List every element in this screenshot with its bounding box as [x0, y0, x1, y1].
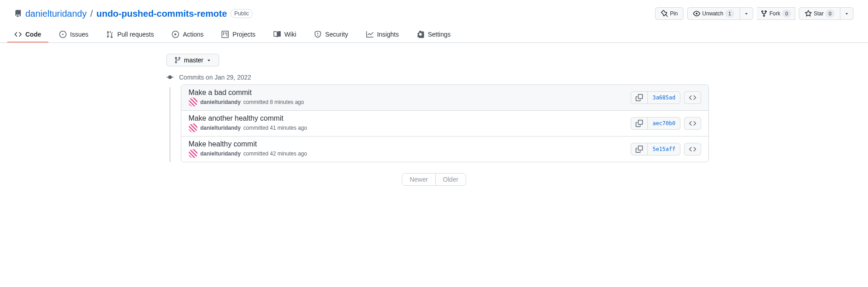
- pull-request-icon: [106, 31, 113, 38]
- avatar[interactable]: [189, 149, 198, 158]
- repo-actions: Pin Unwatch 1 Fork 0: [655, 7, 854, 20]
- commit-item: Make healthy commit danielturidandy comm…: [181, 136, 708, 162]
- commit-title-link[interactable]: Make another healthy commit: [189, 114, 283, 122]
- copy-sha-button[interactable]: [631, 117, 648, 130]
- sha-button[interactable]: 3a685ad: [648, 91, 680, 104]
- code-icon: [689, 146, 696, 153]
- commits-list: Make a bad commit danielturidandy commit…: [181, 85, 709, 162]
- fork-count: 0: [782, 9, 791, 18]
- pagination: Newer Older: [159, 173, 709, 186]
- older-button[interactable]: Older: [436, 174, 466, 185]
- tab-wiki-label: Wiki: [284, 31, 296, 38]
- commit-author-link[interactable]: danielturidandy: [200, 99, 241, 105]
- tab-settings[interactable]: Settings: [410, 27, 458, 42]
- repo-icon: [14, 10, 22, 17]
- commit-icon: [166, 74, 174, 81]
- watch-dropdown-button[interactable]: [740, 7, 753, 20]
- star-dropdown-button[interactable]: [840, 7, 854, 20]
- tab-pr-label: Pull requests: [117, 31, 154, 38]
- gear-icon: [417, 31, 424, 38]
- separator: /: [90, 9, 93, 19]
- eye-icon: [693, 10, 700, 17]
- shield-icon: [314, 31, 321, 38]
- avatar[interactable]: [189, 123, 198, 132]
- commit-title-link[interactable]: Make healthy commit: [189, 140, 257, 148]
- issues-icon: [59, 31, 66, 38]
- visibility-badge: Public: [231, 9, 253, 18]
- unwatch-label: Unwatch: [702, 9, 723, 18]
- triangle-down-icon: [744, 11, 749, 16]
- fork-label: Fork: [769, 9, 780, 18]
- commit-title-link[interactable]: Make a bad commit: [189, 89, 252, 96]
- avatar[interactable]: [189, 98, 198, 107]
- commits-date: Commits on Jan 29, 2022: [179, 74, 251, 81]
- tab-actions[interactable]: Actions: [165, 27, 211, 42]
- commit-time: committed 42 minutes ago: [243, 151, 307, 157]
- tab-projects-label: Projects: [232, 31, 255, 38]
- pin-button[interactable]: Pin: [655, 7, 684, 20]
- triangle-down-icon: [844, 11, 849, 16]
- tab-issues[interactable]: Issues: [52, 27, 95, 42]
- tab-insights-label: Insights: [377, 31, 399, 38]
- tab-pull-requests[interactable]: Pull requests: [99, 27, 161, 42]
- branch-selector[interactable]: master: [166, 54, 219, 66]
- branch-icon: [174, 56, 181, 64]
- commit-author-link[interactable]: danielturidandy: [200, 151, 241, 157]
- newer-button[interactable]: Newer: [402, 174, 435, 185]
- tab-security[interactable]: Security: [307, 27, 355, 42]
- copy-icon: [636, 146, 643, 153]
- tab-security-label: Security: [325, 31, 348, 38]
- watch-count: 1: [725, 9, 734, 18]
- tab-wiki[interactable]: Wiki: [266, 27, 303, 42]
- tab-insights[interactable]: Insights: [359, 27, 406, 42]
- commit-time: committed 41 minutes ago: [243, 125, 307, 131]
- unwatch-button[interactable]: Unwatch 1: [687, 7, 740, 20]
- copy-sha-button[interactable]: [631, 91, 648, 104]
- browse-code-button[interactable]: [684, 91, 701, 104]
- projects-icon: [222, 31, 229, 38]
- browse-code-button[interactable]: [684, 143, 701, 155]
- tab-issues-label: Issues: [70, 31, 88, 38]
- commit-item: Make a bad commit danielturidandy commit…: [181, 85, 708, 111]
- pin-label: Pin: [670, 9, 678, 18]
- star-label: Star: [814, 9, 824, 18]
- tab-code-label: Code: [25, 31, 41, 38]
- star-count: 0: [826, 9, 835, 18]
- code-icon: [14, 31, 22, 38]
- code-icon: [689, 94, 696, 101]
- star-icon: [805, 10, 812, 17]
- tab-code[interactable]: Code: [7, 27, 48, 42]
- branch-label: master: [184, 56, 203, 64]
- star-button[interactable]: Star 0: [799, 7, 840, 20]
- graph-icon: [366, 31, 373, 38]
- copy-sha-button[interactable]: [631, 143, 648, 155]
- fork-icon: [760, 10, 768, 17]
- timeline-line: [170, 87, 170, 162]
- code-icon: [689, 120, 696, 127]
- wiki-icon: [274, 31, 281, 38]
- commit-time: committed 8 minutes ago: [243, 99, 304, 105]
- pin-icon: [661, 10, 668, 17]
- repo-nav: Code Issues Pull requests Actions Projec…: [0, 27, 868, 43]
- sha-button[interactable]: 5e15aff: [648, 143, 680, 155]
- copy-icon: [636, 94, 643, 101]
- fork-button[interactable]: Fork 0: [757, 7, 795, 20]
- tab-actions-label: Actions: [183, 31, 203, 38]
- commit-item: Make another healthy commit danielturida…: [181, 111, 708, 136]
- tab-settings-label: Settings: [428, 31, 451, 38]
- repo-link[interactable]: undo-pushed-commits-remote: [96, 9, 227, 19]
- play-icon: [172, 31, 179, 38]
- sha-button[interactable]: aec70b0: [648, 117, 680, 130]
- browse-code-button[interactable]: [684, 117, 701, 130]
- tab-projects[interactable]: Projects: [214, 27, 263, 42]
- repo-title: danielturidandy / undo-pushed-commits-re…: [14, 9, 253, 19]
- owner-link[interactable]: danielturidandy: [25, 9, 87, 19]
- commit-author-link[interactable]: danielturidandy: [200, 125, 241, 131]
- triangle-down-icon: [206, 57, 212, 63]
- copy-icon: [636, 120, 643, 127]
